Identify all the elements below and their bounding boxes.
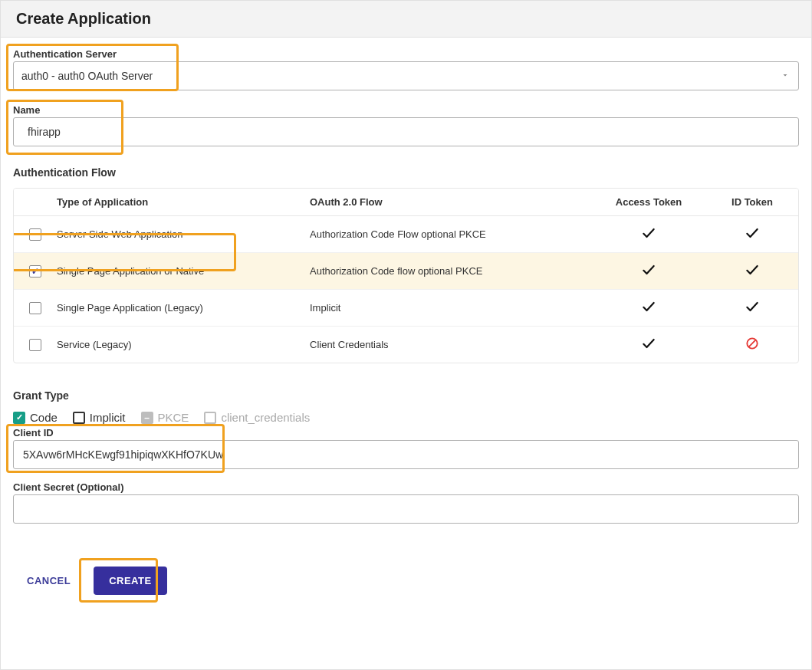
name-label: Name	[13, 104, 799, 117]
client-secret-field: Client Secret (Optional)	[13, 481, 799, 524]
svg-line-1	[748, 340, 755, 346]
flow-row-type: Server Side Web Application	[57, 228, 310, 240]
cancel-button[interactable]: CANCEL	[13, 567, 84, 594]
flow-row-access-token	[591, 225, 706, 243]
create-button[interactable]: CREATE	[94, 567, 166, 595]
grant-item-implicit[interactable]: Implicit	[73, 411, 126, 424]
page-title: Create Application	[16, 10, 796, 28]
grant-type-row: CodeImplicitPKCEclient_credentials	[13, 411, 799, 424]
name-field: Name	[13, 104, 799, 146]
auth-server-label: Authentication Server	[13, 48, 799, 61]
auth-server-select[interactable]: auth0 - auth0 OAuth Server	[13, 61, 799, 90]
col-flow-header: OAuth 2.0 Flow	[310, 196, 591, 208]
flow-row-type: Single Page Application or Native	[57, 265, 310, 277]
grant-item-pkce: PKCE	[141, 411, 189, 424]
actions-row: CANCEL CREATE	[13, 567, 799, 595]
flow-row-id-token	[706, 225, 798, 243]
flow-row-checkbox[interactable]	[29, 228, 41, 241]
auth-server-field: Authentication Server auth0 - auth0 OAut…	[13, 48, 799, 90]
flow-row-flow: Authorization Code flow optional PKCE	[310, 265, 591, 277]
auth-flow-table: Type of Application OAuth 2.0 Flow Acces…	[13, 188, 799, 363]
name-input[interactable]	[13, 117, 799, 146]
grant-type-section-title: Grant Type	[13, 389, 799, 402]
client-secret-input[interactable]	[13, 494, 799, 524]
grant-checkbox	[204, 412, 216, 424]
flow-row-access-token	[591, 262, 706, 280]
flow-row-access-token	[591, 336, 706, 353]
flow-row-checkbox[interactable]	[29, 302, 41, 314]
grant-checkbox[interactable]	[13, 412, 25, 424]
auth-flow-section-title: Authentication Flow	[13, 166, 799, 179]
flow-row-access-token	[591, 299, 706, 317]
flow-row-id-token	[706, 336, 798, 353]
flow-row-flow: Implicit	[310, 302, 591, 314]
flow-row-flow: Authorization Code Flow optional PKCE	[310, 228, 591, 240]
grant-item-code[interactable]: Code	[13, 411, 58, 424]
grant-checkbox[interactable]	[73, 412, 85, 424]
col-access-token-header: Access Token	[591, 196, 706, 208]
table-row[interactable]: Server Side Web ApplicationAuthorization…	[14, 216, 798, 253]
grant-label: Implicit	[90, 411, 126, 424]
client-id-label: Client ID	[13, 427, 799, 440]
flow-row-flow: Client Credentials	[310, 339, 591, 350]
auth-server-select-wrap: auth0 - auth0 OAuth Server	[13, 61, 799, 90]
grant-item-client_credentials: client_credentials	[204, 411, 310, 424]
grant-label: client_credentials	[221, 411, 310, 424]
grant-label: PKCE	[158, 411, 189, 424]
dialog-body: Authentication Server auth0 - auth0 OAut…	[1, 38, 811, 610]
flow-row-checkbox[interactable]	[29, 339, 41, 351]
grant-label: Code	[30, 411, 58, 424]
flow-row-id-token	[706, 299, 798, 317]
client-id-input[interactable]	[13, 440, 799, 469]
col-type-header: Type of Application	[57, 196, 310, 208]
flow-row-type: Single Page Application (Legacy)	[57, 302, 310, 314]
client-secret-label: Client Secret (Optional)	[13, 481, 799, 494]
flow-row-type: Service (Legacy)	[57, 339, 310, 350]
dialog-header: Create Application	[1, 1, 811, 38]
auth-server-value: auth0 - auth0 OAuth Server	[21, 70, 153, 82]
grant-checkbox	[141, 412, 153, 424]
auth-flow-header-row: Type of Application OAuth 2.0 Flow Acces…	[14, 189, 798, 216]
table-row[interactable]: Service (Legacy)Client Credentials	[14, 327, 798, 363]
create-application-dialog: Create Application Authentication Server…	[0, 0, 812, 670]
table-row[interactable]: Single Page Application or NativeAuthori…	[14, 253, 798, 290]
col-id-token-header: ID Token	[706, 196, 798, 208]
flow-row-id-token	[706, 262, 798, 280]
table-row[interactable]: Single Page Application (Legacy)Implicit	[14, 290, 798, 327]
flow-row-checkbox[interactable]	[29, 265, 41, 278]
client-id-field: Client ID	[13, 427, 799, 469]
